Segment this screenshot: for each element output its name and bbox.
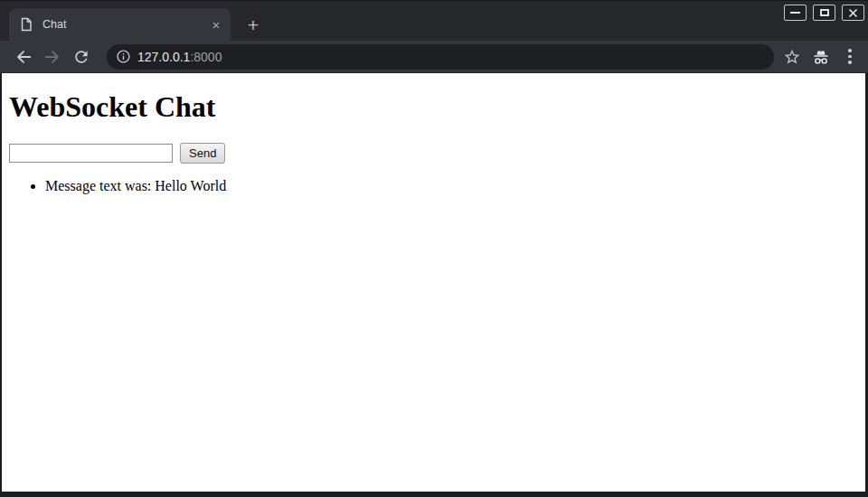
- tab-close-icon[interactable]: ×: [207, 15, 225, 33]
- send-button[interactable]: Send: [180, 143, 225, 164]
- document-page-icon: [19, 17, 33, 32]
- back-arrow-icon: [14, 47, 33, 67]
- url-port: :8000: [190, 50, 222, 64]
- minimize-icon: [790, 12, 800, 14]
- incognito-hat-glasses-icon: [811, 47, 831, 67]
- browser-window: Chat × +: [0, 0, 868, 497]
- minimize-button[interactable]: [784, 5, 807, 21]
- star-outline-icon: [783, 48, 801, 66]
- menu-button[interactable]: [839, 46, 861, 68]
- tab-chat[interactable]: Chat ×: [9, 8, 231, 41]
- browser-toolbar: 127.0.0.1:8000: [0, 41, 868, 73]
- bookmark-button[interactable]: [781, 46, 803, 68]
- url-host: 127.0.0.1: [137, 50, 190, 64]
- page-content: WebSocket Chat Send Message text was: He…: [0, 73, 868, 497]
- address-bar[interactable]: 127.0.0.1:8000: [107, 44, 774, 70]
- tab-title: Chat: [42, 18, 207, 31]
- tab-strip: Chat × +: [0, 1, 868, 41]
- three-dot-menu-icon: [848, 49, 852, 64]
- back-button[interactable]: [13, 46, 34, 68]
- url-text: 127.0.0.1:8000: [137, 50, 222, 64]
- info-circle-icon[interactable]: [116, 49, 131, 64]
- reload-button[interactable]: [71, 46, 92, 68]
- chat-form: Send: [9, 143, 858, 164]
- message-list: Message text was: Hello World: [9, 178, 858, 194]
- window-controls: [784, 5, 864, 21]
- incognito-indicator: [810, 46, 832, 68]
- page-title: WebSocket Chat: [9, 90, 858, 124]
- forward-arrow-icon: [42, 47, 62, 67]
- maximize-icon: [820, 9, 829, 16]
- maximize-button[interactable]: [813, 5, 835, 21]
- forward-button[interactable]: [42, 46, 63, 68]
- message-item: Message text was: Hello World: [45, 178, 858, 194]
- reload-icon: [72, 48, 90, 66]
- message-input[interactable]: [9, 144, 173, 163]
- new-tab-button[interactable]: +: [240, 12, 267, 37]
- close-x-icon: [848, 8, 858, 18]
- close-button[interactable]: [842, 5, 864, 21]
